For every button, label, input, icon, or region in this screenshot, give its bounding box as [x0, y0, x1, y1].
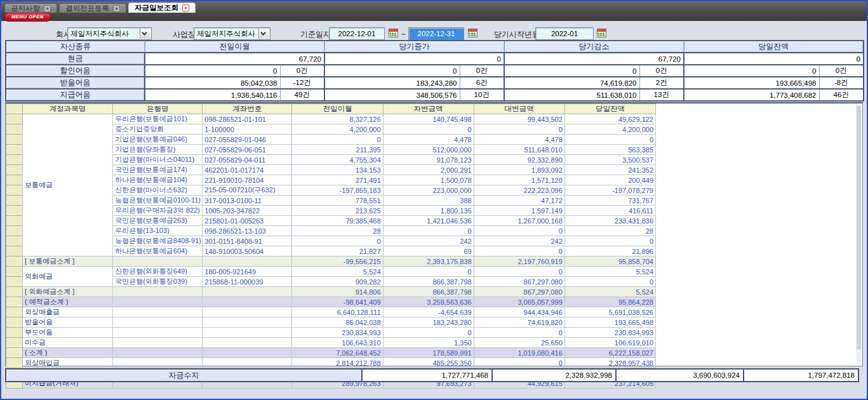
row-indicator[interactable]: [6, 297, 23, 307]
table-row[interactable]: 미수금106,643,3101,35025,650106,619,010: [6, 338, 656, 348]
account-number-cell: 027-055829-04-011: [203, 155, 292, 165]
row-indicator[interactable]: [6, 226, 23, 236]
row-indicator[interactable]: [6, 206, 23, 216]
grid-column-header[interactable]: 차변금액: [383, 104, 474, 114]
account-number-cell: 1005-203-347822: [203, 206, 292, 216]
table-row[interactable]: 외상매출금6,640,128,111-4,654,639944,434,9465…: [6, 307, 656, 317]
row-indicator[interactable]: [6, 165, 23, 175]
row-indicator[interactable]: [6, 267, 23, 277]
amount-cell: 222,223,096: [474, 185, 564, 196]
amount-cell: 92,332,890: [474, 155, 564, 165]
grid-column-header[interactable]: 계정과목명: [23, 104, 113, 114]
summary-value: 1,773,408,682: [684, 89, 819, 101]
summary-value: 183,243,280: [324, 77, 460, 89]
grid-column-header[interactable]: 대변금액: [474, 104, 564, 114]
date-to-input[interactable]: 2022-12-31: [408, 27, 464, 40]
tab-voucher-entry[interactable]: 결의전표등록 ×: [59, 3, 126, 13]
table-row[interactable]: ( 예적금소계 )-98,641,4093,259,563,6363,065,0…: [6, 297, 656, 307]
row-indicator[interactable]: [6, 236, 23, 246]
amount-cell: 8,327,126: [292, 114, 383, 124]
row-indicator[interactable]: [6, 246, 23, 257]
row-indicator[interactable]: [6, 257, 23, 267]
account-label-cell: 외상매입금: [23, 358, 113, 368]
tab-close-icon[interactable]: ×: [113, 5, 120, 12]
bank-name-cell: 국민은행(보통예금174): [113, 165, 203, 175]
tab-strip: 공지사항 × 결의전표등록 × 자금일보조회 ×: [4, 3, 196, 13]
amount-cell: 512,000,000: [383, 145, 474, 155]
scrollbar-thumb[interactable]: [857, 106, 861, 350]
summary-row: 할인어음00건00건00건00건: [6, 65, 864, 77]
tab-close-icon[interactable]: ×: [44, 5, 51, 12]
amount-cell: 867,297,080: [474, 287, 564, 297]
row-indicator[interactable]: [6, 155, 23, 165]
amount-cell: 1,571,120: [474, 175, 564, 185]
chevron-down-icon[interactable]: [258, 29, 269, 39]
table-row[interactable]: ( 소계 )7,062,648,452178,589,9911,019,080,…: [6, 348, 656, 358]
grid-column-header[interactable]: 계좌번호: [203, 104, 292, 114]
amount-cell: 511,648,010: [474, 145, 564, 155]
site-select-value: 제일저지주식회사: [197, 30, 255, 37]
menu-open-button[interactable]: MENU OPEN: [4, 13, 51, 22]
table-row[interactable]: 외상매입금2,814,212,788485,255,35002,328,957,…: [6, 358, 656, 368]
tab-notice[interactable]: 공지사항 ×: [4, 3, 57, 13]
table-row[interactable]: 보통예금우리은행(보통예금101)098-286521-01-1018,327,…: [6, 114, 656, 124]
row-indicator[interactable]: [6, 216, 23, 226]
table-row[interactable]: 부도어음230,834,99300230,834,993: [6, 328, 656, 338]
table-row[interactable]: [ 보통예금소계 ]-99,556,2152,393,175,8382,197,…: [6, 257, 656, 267]
row-indicator[interactable]: [6, 358, 23, 368]
tab-fund-daily-report[interactable]: 자금일보조회 ×: [128, 3, 196, 13]
amount-cell: 28: [292, 226, 383, 236]
amount-cell: -4,654,639: [383, 307, 474, 317]
amount-cell: 25,650: [474, 338, 564, 348]
vertical-scrollbar[interactable]: [856, 105, 862, 364]
summary-value: 67,720: [504, 53, 684, 65]
row-indicator[interactable]: [6, 287, 23, 297]
calendar-icon[interactable]: [468, 29, 477, 37]
amount-cell: 183,243,280: [383, 317, 474, 328]
account-number-cell: 462201-01-017174: [203, 165, 292, 175]
amount-cell: 0: [474, 246, 564, 257]
chevron-down-icon[interactable]: [140, 29, 150, 39]
row-indicator[interactable]: [6, 277, 23, 287]
account-label-cell: [ 보통예금소계 ]: [23, 257, 113, 267]
amount-cell: 4,200,000: [292, 124, 383, 135]
row-indicator[interactable]: [6, 307, 23, 317]
start-month-input[interactable]: 2022-01: [535, 27, 594, 40]
row-indicator[interactable]: [6, 124, 23, 135]
calendar-icon[interactable]: [389, 29, 398, 37]
company-select[interactable]: 제일저지주식회사: [67, 27, 152, 40]
fund-balance-label: 자금수지: [5, 368, 363, 382]
row-indicator[interactable]: [6, 348, 23, 358]
summary-value: 348,506,576: [324, 89, 460, 101]
summary-row-label: 할인어음: [6, 65, 145, 77]
account-number-cell: 027-055829-06-051: [203, 145, 292, 155]
amount-cell: 5,524: [292, 267, 383, 277]
table-row[interactable]: 받을어음85,042,038183,243,28074,619,820193,6…: [6, 317, 656, 328]
summary-value: 0: [324, 65, 460, 77]
account-number-cell: [203, 287, 292, 297]
row-indicator[interactable]: [6, 135, 23, 145]
row-indicator[interactable]: [6, 196, 23, 206]
table-row[interactable]: 외화예금신한은행(외화통장649)180-005-9216495,524005,…: [6, 267, 656, 277]
amount-cell: 7,062,648,452: [292, 348, 383, 358]
table-row[interactable]: [ 외화예금소계 ]914,806866,387,798867,297,0805…: [6, 287, 656, 297]
row-indicator[interactable]: [6, 328, 23, 338]
row-indicator[interactable]: [6, 145, 23, 155]
grid-column-header[interactable]: 당일잔액: [564, 104, 655, 114]
grid-column-header[interactable]: 은행명: [113, 104, 203, 114]
bank-name-cell: [113, 287, 203, 297]
site-select[interactable]: 제일저지주식회사: [194, 27, 270, 40]
row-indicator[interactable]: [6, 317, 23, 328]
bank-name-cell: 신한은행(외화통장649): [113, 267, 203, 277]
calendar-icon[interactable]: [597, 29, 606, 37]
row-indicator[interactable]: [6, 114, 23, 124]
tab-close-icon[interactable]: ×: [182, 4, 189, 11]
bank-name-cell: [113, 358, 203, 368]
row-indicator[interactable]: [6, 185, 23, 196]
grid-column-header[interactable]: 전일이월: [292, 104, 383, 114]
row-indicator[interactable]: [6, 338, 23, 348]
account-number-cell: 098-286521-13-103: [203, 226, 292, 236]
date-from-input[interactable]: 2022-12-01: [329, 27, 385, 40]
row-indicator[interactable]: [6, 175, 23, 185]
summary-count: 13건: [639, 89, 684, 101]
